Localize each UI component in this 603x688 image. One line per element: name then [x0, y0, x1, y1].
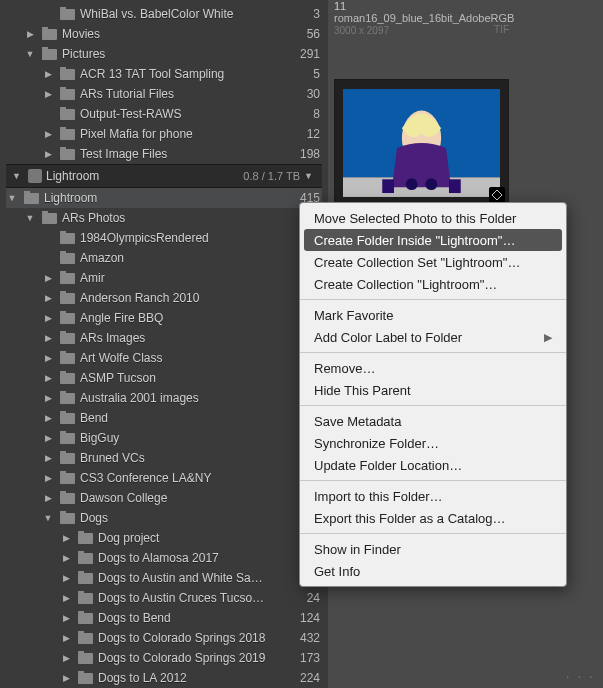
disclosure-icon[interactable]: ▶	[24, 29, 36, 39]
folder-row[interactable]: ▼Dogs107	[6, 508, 322, 528]
folder-icon	[58, 311, 76, 325]
folder-label: Amazon	[80, 251, 307, 265]
menu-item-label: Create Folder Inside "Lightroom"…	[314, 233, 515, 248]
drive-space: 0.8 / 1.7 TB	[243, 170, 300, 182]
menu-item[interactable]: Update Folder Location…	[300, 454, 566, 476]
folder-row[interactable]: ▼ARs Photos415	[6, 208, 322, 228]
disclosure-icon[interactable]: ▶	[60, 533, 72, 543]
pagination-dots[interactable]: · · ·	[566, 668, 593, 684]
menu-item[interactable]: Synchronize Folder…	[300, 432, 566, 454]
folder-row[interactable]: ▶Dogs to Alamosa 20172	[6, 548, 322, 568]
folder-row[interactable]: ▶Dogs to LA 2012224	[6, 668, 322, 688]
disclosure-icon[interactable]: ▶	[42, 353, 54, 363]
disclosure-icon[interactable]: ▶	[60, 573, 72, 583]
disclosure-icon[interactable]: ▶	[42, 373, 54, 383]
folder-row[interactable]: ▶BigGuy8	[6, 428, 322, 448]
menu-item-label: Synchronize Folder…	[314, 436, 439, 451]
menu-item[interactable]: Show in Finder	[300, 538, 566, 560]
folder-row[interactable]: ▶Bend7	[6, 408, 322, 428]
disclosure-icon[interactable]: ▶	[42, 453, 54, 463]
disclosure-icon[interactable]: ▶	[42, 313, 54, 323]
folder-row[interactable]: ▶Dogs to Colorado Springs 2019173	[6, 648, 322, 668]
menu-item[interactable]: Export this Folder as a Catalog…	[300, 507, 566, 529]
disclosure-icon[interactable]: ▶	[60, 633, 72, 643]
menu-item[interactable]: Mark Favorite	[300, 304, 566, 326]
folder-row[interactable]: Amazon33	[6, 248, 322, 268]
disclosure-icon[interactable]: ▶	[42, 493, 54, 503]
menu-item[interactable]: Get Info	[300, 560, 566, 582]
folder-row[interactable]: ▶ACR 13 TAT Tool Sampling5	[6, 64, 322, 84]
menu-separator	[300, 299, 566, 300]
drive-row[interactable]: ▼Lightroom0.8 / 1.7 TB▼	[6, 164, 322, 188]
disclosure-icon[interactable]: ▶	[42, 473, 54, 483]
thumbnail-cell[interactable]: 11roman16_09_blue_16bit_AdobeRGB3000 x 2…	[334, 0, 509, 207]
disclosure-icon[interactable]: ▶	[60, 553, 72, 563]
folder-row[interactable]: ▶Art Wolfe Class1	[6, 348, 322, 368]
disclosure-icon[interactable]: ▶	[60, 673, 72, 683]
thumb-frame	[334, 79, 509, 207]
folder-row[interactable]: ▶Australia 2001 images4	[6, 388, 322, 408]
folder-icon	[40, 47, 58, 61]
menu-item[interactable]: Move Selected Photo to this Folder	[300, 207, 566, 229]
folder-row[interactable]: ▶Movies56	[6, 24, 322, 44]
collapse-icon[interactable]: ▼	[304, 171, 316, 181]
folder-row[interactable]: ▶Dogs to Austin Cruces Tucso…24	[6, 588, 322, 608]
folder-row[interactable]: ▶Dawson College	[6, 488, 322, 508]
menu-item[interactable]: Add Color Label to Folder▶	[300, 326, 566, 348]
folder-row[interactable]: 1984OlympicsRendered9	[6, 228, 322, 248]
disclosure-icon[interactable]: ▶	[42, 293, 54, 303]
disclosure-icon[interactable]: ▼	[12, 171, 24, 181]
folder-row[interactable]: ▼Lightroom415	[6, 188, 322, 208]
folder-label: Pixel Mafia for phone	[80, 127, 307, 141]
folder-label: Amir	[80, 271, 313, 285]
disclosure-icon[interactable]: ▶	[60, 613, 72, 623]
disclosure-icon[interactable]: ▼	[6, 193, 18, 203]
folder-row[interactable]: WhiBal vs. BabelColor White3	[6, 4, 322, 24]
menu-item[interactable]: Import to this Folder…	[300, 485, 566, 507]
folder-row[interactable]: ▶Amir1	[6, 268, 322, 288]
disclosure-icon[interactable]: ▶	[42, 273, 54, 283]
menu-item[interactable]: Create Folder Inside "Lightroom"…	[304, 229, 562, 251]
folder-row[interactable]: ▶Dogs to Austin and White Sa…	[6, 568, 322, 588]
disclosure-icon[interactable]: ▶	[60, 593, 72, 603]
folder-row[interactable]: ▶Dog project	[6, 528, 322, 548]
menu-item-label: Get Info	[314, 564, 360, 579]
disclosure-icon[interactable]: ▶	[42, 69, 54, 79]
disclosure-icon[interactable]: ▶	[42, 129, 54, 139]
disclosure-icon[interactable]: ▼	[42, 513, 54, 523]
disclosure-icon[interactable]: ▼	[24, 49, 36, 59]
menu-item[interactable]: Save Metadata	[300, 410, 566, 432]
disclosure-icon[interactable]: ▶	[42, 413, 54, 423]
disclosure-icon[interactable]: ▶	[42, 149, 54, 159]
folder-row[interactable]: ▶Dogs to Colorado Springs 2018432	[6, 628, 322, 648]
folder-row[interactable]: ▶Angle Fire BBQ1	[6, 308, 322, 328]
thumb-index: 11	[334, 0, 352, 12]
menu-item[interactable]: Create Collection Set "Lightroom"…	[300, 251, 566, 273]
menu-item-label: Create Collection "Lightroom"…	[314, 277, 497, 292]
disclosure-icon[interactable]: ▶	[42, 393, 54, 403]
disclosure-icon[interactable]: ▶	[42, 89, 54, 99]
folder-row[interactable]: ▶Dogs to Bend124	[6, 608, 322, 628]
disclosure-icon[interactable]: ▶	[42, 333, 54, 343]
folder-label: Lightroom	[44, 191, 300, 205]
menu-item[interactable]: Create Collection "Lightroom"…	[300, 273, 566, 295]
folder-row[interactable]: ▶Test Image Files198	[6, 144, 322, 164]
folder-label: Angle Fire BBQ	[80, 311, 313, 325]
svg-point-6	[425, 178, 437, 190]
disclosure-icon[interactable]: ▶	[60, 653, 72, 663]
menu-item[interactable]: Remove…	[300, 357, 566, 379]
menu-item[interactable]: Hide This Parent	[300, 379, 566, 401]
folder-row[interactable]: ▶ARs Tutorial Files30	[6, 84, 322, 104]
folder-row[interactable]: ▶ARs Images	[6, 328, 322, 348]
folder-row[interactable]: ▶Anderson Ranch 20104	[6, 288, 322, 308]
folder-row[interactable]: ▶CS3 Conference LA&NY1	[6, 468, 322, 488]
folder-row[interactable]: Output-Test-RAWS8	[6, 104, 322, 124]
disclosure-icon[interactable]: ▶	[42, 433, 54, 443]
folder-row[interactable]: ▶ASMP Tucson1	[6, 368, 322, 388]
disclosure-icon[interactable]: ▼	[24, 213, 36, 223]
folder-row[interactable]: ▼Pictures291	[6, 44, 322, 64]
context-menu: Move Selected Photo to this FolderCreate…	[299, 202, 567, 587]
folder-row[interactable]: ▶Pixel Mafia for phone12	[6, 124, 322, 144]
folder-row[interactable]: ▶Bruned VCs	[6, 448, 322, 468]
badge-icon	[489, 187, 505, 203]
